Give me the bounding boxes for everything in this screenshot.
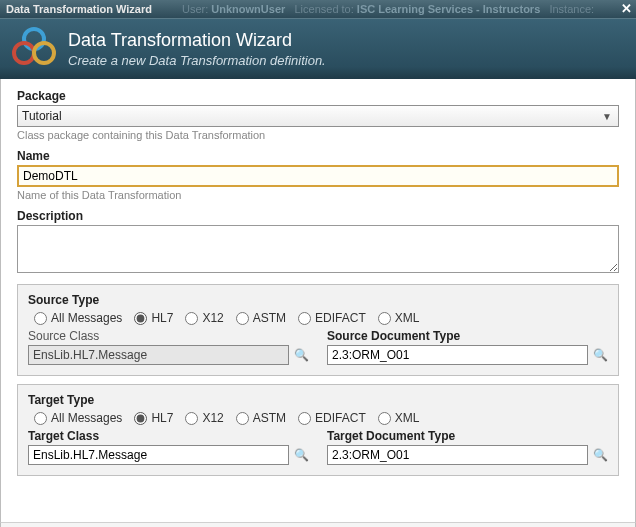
target-type-group: Target Type All Messages HL7 X12 ASTM ED… bbox=[17, 384, 619, 476]
titlebar: Data Transformation Wizard User: Unknown… bbox=[0, 0, 636, 18]
search-icon[interactable]: 🔍 bbox=[293, 447, 309, 463]
target-radio-x12[interactable]: X12 bbox=[185, 411, 223, 425]
target-radio-astm[interactable]: ASTM bbox=[236, 411, 286, 425]
package-hint: Class package containing this Data Trans… bbox=[17, 129, 619, 141]
name-hint: Name of this Data Transformation bbox=[17, 189, 619, 201]
target-doc-label: Target Document Type bbox=[327, 429, 608, 443]
source-radio-astm[interactable]: ASTM bbox=[236, 311, 286, 325]
dialog-subtitle: Create a new Data Transformation definit… bbox=[68, 53, 326, 68]
target-radio-hl7[interactable]: HL7 bbox=[134, 411, 173, 425]
source-doc-input[interactable] bbox=[327, 345, 588, 365]
target-radio-all[interactable]: All Messages bbox=[34, 411, 122, 425]
titlebar-title: Data Transformation Wizard bbox=[6, 3, 152, 15]
close-icon[interactable]: ✕ bbox=[621, 1, 632, 16]
package-label: Package bbox=[17, 89, 619, 103]
target-class-input[interactable] bbox=[28, 445, 289, 465]
name-label: Name bbox=[17, 149, 619, 163]
search-icon[interactable]: 🔍 bbox=[592, 447, 608, 463]
description-input[interactable] bbox=[17, 225, 619, 273]
package-select[interactable]: Tutorial ▼ bbox=[17, 105, 619, 127]
source-class-label: Source Class bbox=[28, 329, 309, 343]
dialog-footer: Cancel OK bbox=[0, 522, 636, 527]
source-doc-label: Source Document Type bbox=[327, 329, 608, 343]
description-label: Description bbox=[17, 209, 619, 223]
target-radio-xml[interactable]: XML bbox=[378, 411, 420, 425]
dialog-title: Data Transformation Wizard bbox=[68, 30, 326, 51]
name-input[interactable] bbox=[17, 165, 619, 187]
search-icon[interactable]: 🔍 bbox=[592, 347, 608, 363]
target-type-title: Target Type bbox=[28, 393, 608, 407]
search-icon[interactable]: 🔍 bbox=[293, 347, 309, 363]
chevron-down-icon: ▼ bbox=[602, 111, 612, 122]
source-radio-hl7[interactable]: HL7 bbox=[134, 311, 173, 325]
source-radio-x12[interactable]: X12 bbox=[185, 311, 223, 325]
target-type-radios: All Messages HL7 X12 ASTM EDIFACT XML bbox=[28, 411, 608, 425]
wizard-icon bbox=[12, 27, 56, 71]
target-radio-edifact[interactable]: EDIFACT bbox=[298, 411, 366, 425]
target-class-label: Target Class bbox=[28, 429, 309, 443]
dialog-header: Data Transformation Wizard Create a new … bbox=[0, 18, 636, 79]
titlebar-meta: User: UnknownUser Licensed to: ISC Learn… bbox=[182, 3, 594, 15]
source-type-radios: All Messages HL7 X12 ASTM EDIFACT XML bbox=[28, 311, 608, 325]
target-doc-input[interactable] bbox=[327, 445, 588, 465]
source-class-input[interactable] bbox=[28, 345, 289, 365]
source-type-title: Source Type bbox=[28, 293, 608, 307]
source-radio-all[interactable]: All Messages bbox=[34, 311, 122, 325]
source-type-group: Source Type All Messages HL7 X12 ASTM ED… bbox=[17, 284, 619, 376]
source-radio-edifact[interactable]: EDIFACT bbox=[298, 311, 366, 325]
source-radio-xml[interactable]: XML bbox=[378, 311, 420, 325]
